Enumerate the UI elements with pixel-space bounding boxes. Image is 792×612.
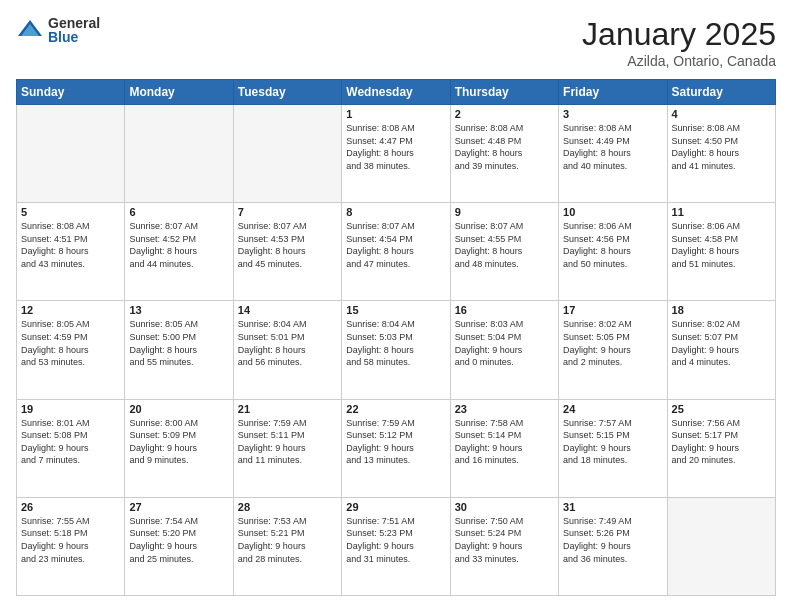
day-number: 14 [238, 304, 337, 316]
day-info: Sunrise: 7:59 AM Sunset: 5:11 PM Dayligh… [238, 417, 337, 467]
calendar-cell: 2Sunrise: 8:08 AM Sunset: 4:48 PM Daylig… [450, 105, 558, 203]
day-number: 31 [563, 501, 662, 513]
day-number: 10 [563, 206, 662, 218]
calendar-cell: 16Sunrise: 8:03 AM Sunset: 5:04 PM Dayli… [450, 301, 558, 399]
calendar-cell [233, 105, 341, 203]
day-number: 13 [129, 304, 228, 316]
day-number: 18 [672, 304, 771, 316]
calendar-header-row: SundayMondayTuesdayWednesdayThursdayFrid… [17, 80, 776, 105]
day-number: 9 [455, 206, 554, 218]
day-number: 16 [455, 304, 554, 316]
calendar-cell: 29Sunrise: 7:51 AM Sunset: 5:23 PM Dayli… [342, 497, 450, 595]
day-info: Sunrise: 7:57 AM Sunset: 5:15 PM Dayligh… [563, 417, 662, 467]
day-number: 21 [238, 403, 337, 415]
day-info: Sunrise: 7:53 AM Sunset: 5:21 PM Dayligh… [238, 515, 337, 565]
logo-text: General Blue [48, 16, 100, 44]
calendar-cell [667, 497, 775, 595]
calendar-week-2: 5Sunrise: 8:08 AM Sunset: 4:51 PM Daylig… [17, 203, 776, 301]
day-number: 3 [563, 108, 662, 120]
day-info: Sunrise: 8:02 AM Sunset: 5:05 PM Dayligh… [563, 318, 662, 368]
calendar-cell: 4Sunrise: 8:08 AM Sunset: 4:50 PM Daylig… [667, 105, 775, 203]
calendar-week-4: 19Sunrise: 8:01 AM Sunset: 5:08 PM Dayli… [17, 399, 776, 497]
calendar-cell: 28Sunrise: 7:53 AM Sunset: 5:21 PM Dayli… [233, 497, 341, 595]
day-info: Sunrise: 8:07 AM Sunset: 4:54 PM Dayligh… [346, 220, 445, 270]
day-number: 7 [238, 206, 337, 218]
day-info: Sunrise: 8:06 AM Sunset: 4:56 PM Dayligh… [563, 220, 662, 270]
day-info: Sunrise: 8:05 AM Sunset: 5:00 PM Dayligh… [129, 318, 228, 368]
day-header-thursday: Thursday [450, 80, 558, 105]
day-number: 12 [21, 304, 120, 316]
day-info: Sunrise: 7:58 AM Sunset: 5:14 PM Dayligh… [455, 417, 554, 467]
day-number: 19 [21, 403, 120, 415]
day-info: Sunrise: 8:04 AM Sunset: 5:03 PM Dayligh… [346, 318, 445, 368]
day-info: Sunrise: 7:54 AM Sunset: 5:20 PM Dayligh… [129, 515, 228, 565]
logo-blue-text: Blue [48, 30, 100, 44]
calendar-cell: 11Sunrise: 8:06 AM Sunset: 4:58 PM Dayli… [667, 203, 775, 301]
calendar-cell: 5Sunrise: 8:08 AM Sunset: 4:51 PM Daylig… [17, 203, 125, 301]
calendar-cell: 15Sunrise: 8:04 AM Sunset: 5:03 PM Dayli… [342, 301, 450, 399]
calendar-week-3: 12Sunrise: 8:05 AM Sunset: 4:59 PM Dayli… [17, 301, 776, 399]
day-header-monday: Monday [125, 80, 233, 105]
day-info: Sunrise: 7:51 AM Sunset: 5:23 PM Dayligh… [346, 515, 445, 565]
calendar-cell: 21Sunrise: 7:59 AM Sunset: 5:11 PM Dayli… [233, 399, 341, 497]
day-header-saturday: Saturday [667, 80, 775, 105]
day-number: 11 [672, 206, 771, 218]
calendar-cell: 1Sunrise: 8:08 AM Sunset: 4:47 PM Daylig… [342, 105, 450, 203]
calendar-week-1: 1Sunrise: 8:08 AM Sunset: 4:47 PM Daylig… [17, 105, 776, 203]
day-number: 23 [455, 403, 554, 415]
day-number: 17 [563, 304, 662, 316]
calendar-cell: 24Sunrise: 7:57 AM Sunset: 5:15 PM Dayli… [559, 399, 667, 497]
calendar-cell: 31Sunrise: 7:49 AM Sunset: 5:26 PM Dayli… [559, 497, 667, 595]
day-number: 25 [672, 403, 771, 415]
calendar-cell [125, 105, 233, 203]
day-number: 2 [455, 108, 554, 120]
calendar-cell: 9Sunrise: 8:07 AM Sunset: 4:55 PM Daylig… [450, 203, 558, 301]
day-header-friday: Friday [559, 80, 667, 105]
day-number: 30 [455, 501, 554, 513]
day-info: Sunrise: 8:01 AM Sunset: 5:08 PM Dayligh… [21, 417, 120, 467]
calendar-cell: 14Sunrise: 8:04 AM Sunset: 5:01 PM Dayli… [233, 301, 341, 399]
day-number: 1 [346, 108, 445, 120]
calendar-cell: 6Sunrise: 8:07 AM Sunset: 4:52 PM Daylig… [125, 203, 233, 301]
day-number: 28 [238, 501, 337, 513]
day-info: Sunrise: 8:03 AM Sunset: 5:04 PM Dayligh… [455, 318, 554, 368]
day-info: Sunrise: 7:49 AM Sunset: 5:26 PM Dayligh… [563, 515, 662, 565]
day-info: Sunrise: 7:59 AM Sunset: 5:12 PM Dayligh… [346, 417, 445, 467]
day-number: 20 [129, 403, 228, 415]
day-number: 4 [672, 108, 771, 120]
calendar-cell: 13Sunrise: 8:05 AM Sunset: 5:00 PM Dayli… [125, 301, 233, 399]
day-info: Sunrise: 8:08 AM Sunset: 4:47 PM Dayligh… [346, 122, 445, 172]
day-header-wednesday: Wednesday [342, 80, 450, 105]
day-info: Sunrise: 7:50 AM Sunset: 5:24 PM Dayligh… [455, 515, 554, 565]
day-info: Sunrise: 8:04 AM Sunset: 5:01 PM Dayligh… [238, 318, 337, 368]
calendar-cell: 7Sunrise: 8:07 AM Sunset: 4:53 PM Daylig… [233, 203, 341, 301]
day-info: Sunrise: 8:08 AM Sunset: 4:51 PM Dayligh… [21, 220, 120, 270]
calendar-cell: 23Sunrise: 7:58 AM Sunset: 5:14 PM Dayli… [450, 399, 558, 497]
calendar-cell [17, 105, 125, 203]
calendar-cell: 26Sunrise: 7:55 AM Sunset: 5:18 PM Dayli… [17, 497, 125, 595]
day-info: Sunrise: 8:07 AM Sunset: 4:55 PM Dayligh… [455, 220, 554, 270]
day-info: Sunrise: 8:08 AM Sunset: 4:50 PM Dayligh… [672, 122, 771, 172]
day-header-sunday: Sunday [17, 80, 125, 105]
location: Azilda, Ontario, Canada [582, 53, 776, 69]
calendar-cell: 3Sunrise: 8:08 AM Sunset: 4:49 PM Daylig… [559, 105, 667, 203]
day-info: Sunrise: 8:07 AM Sunset: 4:53 PM Dayligh… [238, 220, 337, 270]
month-title: January 2025 [582, 16, 776, 53]
calendar-week-5: 26Sunrise: 7:55 AM Sunset: 5:18 PM Dayli… [17, 497, 776, 595]
day-info: Sunrise: 8:08 AM Sunset: 4:48 PM Dayligh… [455, 122, 554, 172]
calendar-cell: 17Sunrise: 8:02 AM Sunset: 5:05 PM Dayli… [559, 301, 667, 399]
day-number: 8 [346, 206, 445, 218]
day-info: Sunrise: 7:56 AM Sunset: 5:17 PM Dayligh… [672, 417, 771, 467]
page: General Blue January 2025 Azilda, Ontari… [0, 0, 792, 612]
logo-general-text: General [48, 16, 100, 30]
day-info: Sunrise: 8:08 AM Sunset: 4:49 PM Dayligh… [563, 122, 662, 172]
title-block: January 2025 Azilda, Ontario, Canada [582, 16, 776, 69]
calendar-cell: 22Sunrise: 7:59 AM Sunset: 5:12 PM Dayli… [342, 399, 450, 497]
day-number: 22 [346, 403, 445, 415]
day-info: Sunrise: 7:55 AM Sunset: 5:18 PM Dayligh… [21, 515, 120, 565]
day-number: 29 [346, 501, 445, 513]
day-info: Sunrise: 8:06 AM Sunset: 4:58 PM Dayligh… [672, 220, 771, 270]
calendar-cell: 10Sunrise: 8:06 AM Sunset: 4:56 PM Dayli… [559, 203, 667, 301]
calendar-cell: 25Sunrise: 7:56 AM Sunset: 5:17 PM Dayli… [667, 399, 775, 497]
day-number: 6 [129, 206, 228, 218]
